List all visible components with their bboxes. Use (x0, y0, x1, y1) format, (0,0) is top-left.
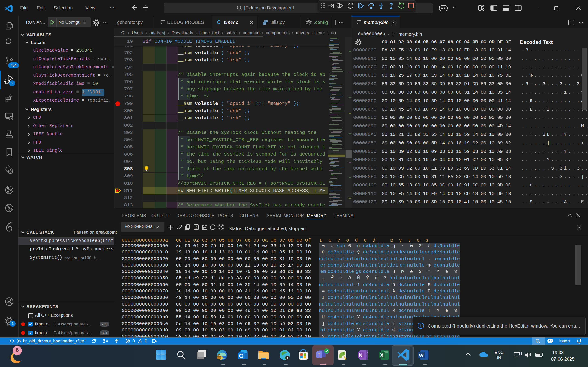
svg-text:X: X (380, 352, 384, 358)
svg-text:W: W (419, 352, 424, 358)
svg-text:T: T (318, 352, 320, 357)
svg-text:01: 01 (195, 225, 197, 227)
svg-text:O: O (239, 352, 244, 359)
svg-text:10: 10 (195, 227, 197, 229)
svg-text:N: N (359, 352, 363, 358)
